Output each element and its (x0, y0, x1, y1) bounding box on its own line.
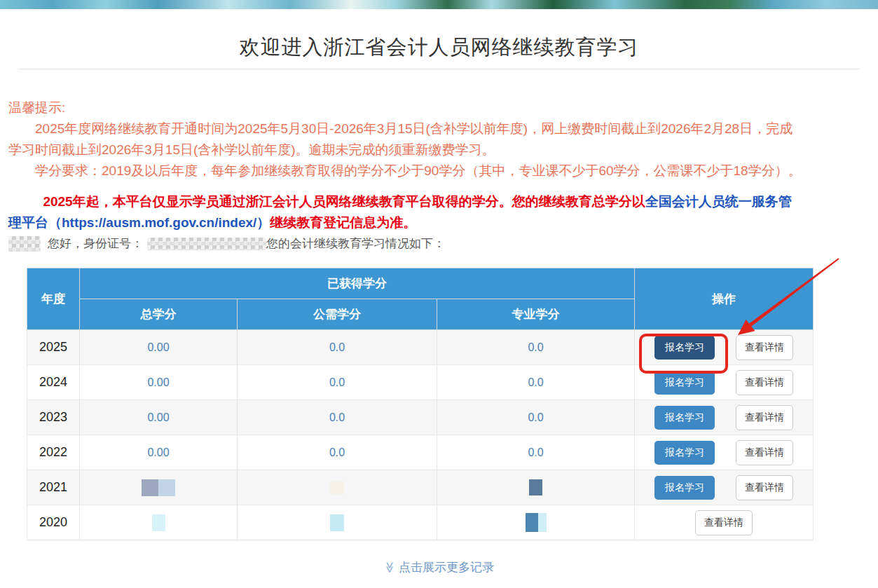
year-cell: 2020 (27, 505, 80, 540)
redacted-value-block (330, 481, 344, 494)
page-title: 欢迎进入浙江省会计人员网络继续教育学习 (8, 34, 870, 62)
header-earned-credits: 已获得学分 (80, 268, 635, 299)
operation-cell: 报名学习查看详情 (635, 470, 814, 505)
redacted-id-number (147, 238, 266, 250)
header-public-credits: 公需学分 (238, 299, 437, 330)
operation-cell: 查看详情 (635, 505, 814, 540)
table-row-2024: 20240.000.00.0报名学习查看详情 (27, 365, 814, 400)
detail-button-2023[interactable]: 查看详情 (736, 405, 793, 430)
detail-button-2024[interactable]: 查看详情 (736, 370, 793, 395)
total-credits-cell: 0.00 (80, 400, 238, 435)
top-banner-image (0, 0, 878, 9)
operation-cell: 报名学习查看详情 (635, 365, 814, 400)
notice-heading: 温馨提示: (8, 97, 804, 118)
redacted-value-block (529, 479, 542, 495)
year-cell: 2021 (27, 470, 80, 505)
detail-button-2020[interactable]: 查看详情 (695, 510, 753, 535)
header-total-credits: 总学分 (80, 299, 238, 330)
redacted-user-name (8, 236, 41, 252)
greeting-suffix: 您的会计继续教育学习情况如下： (266, 235, 445, 252)
credits-table: 年度 已获得学分 操作 总学分 公需学分 专业学分 20250.000.00.0… (27, 268, 814, 540)
total-credits-cell (80, 470, 238, 505)
year-cell: 2023 (27, 400, 80, 435)
professional-credits-cell: 0.0 (437, 435, 635, 470)
show-more-label: 点击展示更多记录 (399, 561, 494, 574)
redacted-value-block (526, 513, 538, 532)
operation-cell: 报名学习查看详情 (635, 330, 814, 365)
redacted-value-block (152, 514, 165, 531)
greeting-line: 您好，身份证号： 您的会计继续教育学习情况如下： (8, 235, 804, 252)
redacted-value-block (330, 514, 344, 531)
detail-button-2022[interactable]: 查看详情 (736, 440, 793, 465)
public-credits-cell (238, 470, 437, 505)
credits-table-body: 20250.000.00.0报名学习查看详情20240.000.00.0报名学习… (27, 330, 814, 540)
double-chevron-down-icon: ≫ (383, 561, 397, 573)
credits-table-header: 年度 已获得学分 操作 总学分 公需学分 专业学分 (27, 268, 814, 330)
enroll-button-2025[interactable]: 报名学习 (654, 336, 715, 360)
public-credits-cell: 0.0 (238, 330, 437, 365)
professional-credits-cell: 0.0 (437, 365, 635, 400)
year-cell: 2024 (27, 365, 80, 400)
redacted-value-block (142, 479, 158, 496)
total-credits-cell: 0.00 (80, 365, 238, 400)
table-row-2025: 20250.000.00.0报名学习查看详情 (27, 330, 814, 365)
public-credits-cell (238, 505, 437, 540)
notice-paragraph-2: 学分要求：2019及以后年度，每年参加继续教育取得的学分不少于90学分（其中，专… (8, 160, 804, 182)
header-professional-credits: 专业学分 (437, 299, 635, 330)
header-year: 年度 (27, 268, 80, 330)
enroll-button-2022[interactable]: 报名学习 (654, 441, 715, 465)
table-row-2021: 2021报名学习查看详情 (27, 470, 814, 505)
detail-button-2021[interactable]: 查看详情 (736, 475, 793, 500)
enroll-button-2021[interactable]: 报名学习 (654, 476, 715, 500)
table-row-2023: 20230.000.00.0报名学习查看详情 (27, 400, 814, 435)
professional-credits-cell: 0.0 (437, 400, 635, 435)
enroll-button-2023[interactable]: 报名学习 (654, 406, 715, 430)
public-credits-cell: 0.0 (238, 400, 437, 435)
title-divider (18, 69, 860, 69)
table-row-2020: 2020查看详情 (27, 505, 814, 540)
total-credits-cell: 0.00 (80, 435, 238, 470)
public-credits-cell: 0.0 (238, 365, 437, 400)
public-credits-cell: 0.0 (238, 435, 437, 470)
total-credits-cell: 0.00 (80, 330, 238, 365)
notice-paragraph-1: 2025年度网络继续教育开通时间为2025年5月30日-2026年3月15日(含… (8, 118, 804, 160)
operation-cell: 报名学习查看详情 (635, 400, 814, 435)
notice-block: 温馨提示: 2025年度网络继续教育开通时间为2025年5月30日-2026年3… (8, 97, 804, 182)
announcement-red-text-1: 2025年起，本平台仅显示学员通过浙江会计人员网络继续教育平台取得的学分。您的继… (43, 194, 645, 209)
professional-credits-cell: 0.0 (437, 330, 635, 365)
professional-credits-cell (437, 470, 635, 505)
total-credits-cell (80, 505, 238, 540)
redacted-value-block (538, 513, 547, 532)
greeting-prefix: 您好，身份证号： (48, 235, 143, 252)
announcement-block: 2025年起，本平台仅显示学员通过浙江会计人员网络继续教育平台取得的学分。您的继… (8, 191, 804, 233)
page: 欢迎进入浙江省会计人员网络继续教育学习 温馨提示: 2025年度网络继续教育开通… (0, 0, 878, 588)
show-more-link[interactable]: ≫点击展示更多记录 (8, 559, 870, 575)
table-row-2022: 20220.000.00.0报名学习查看详情 (27, 435, 814, 470)
enroll-button-2024[interactable]: 报名学习 (654, 371, 715, 395)
detail-button-2025[interactable]: 查看详情 (736, 335, 793, 360)
professional-credits-cell (437, 505, 635, 540)
operation-cell: 报名学习查看详情 (635, 435, 814, 470)
year-cell: 2022 (27, 435, 80, 470)
header-operation: 操作 (635, 268, 814, 330)
announcement-red-text-2: 继续教育登记信息为准。 (270, 215, 416, 230)
redacted-value-block (158, 479, 175, 496)
year-cell: 2025 (27, 330, 80, 365)
